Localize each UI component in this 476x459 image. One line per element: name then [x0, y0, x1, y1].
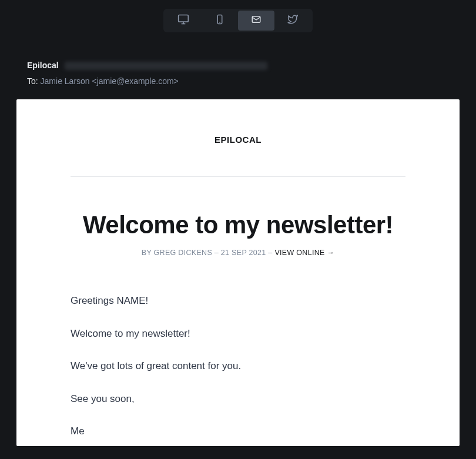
twitter-icon	[287, 14, 298, 27]
to-label: To:	[27, 76, 38, 86]
email-meta: Epilocal To: Jamie Larson <jamie@example…	[16, 58, 460, 99]
mail-icon	[251, 14, 262, 27]
to-value: Jamie Larson <jamie@example.com>	[41, 76, 179, 86]
preview-mode-toolbar	[0, 0, 476, 41]
byline: BY GREG DICKENS – 21 SEP 2021 – VIEW ONL…	[43, 249, 433, 257]
byline-date: 21 SEP 2021	[221, 249, 266, 257]
tab-twitter[interactable]	[274, 11, 311, 31]
tab-email[interactable]	[238, 11, 274, 31]
view-online-link[interactable]: VIEW ONLINE →	[274, 249, 334, 257]
paragraph: Greetings NAME!	[71, 293, 405, 309]
preview-content: Epilocal To: Jamie Larson <jamie@example…	[0, 41, 476, 446]
paragraph: See you soon,	[71, 391, 405, 407]
tab-mobile[interactable]	[202, 11, 238, 31]
from-address-redacted	[65, 62, 267, 70]
byline-sep2: –	[266, 249, 275, 257]
byline-author: GREG DICKENS	[154, 249, 212, 257]
byline-prefix: BY	[142, 249, 154, 257]
from-line: Epilocal	[27, 58, 450, 73]
mobile-icon	[214, 14, 225, 27]
brand-name: EPILOCAL	[43, 135, 433, 145]
tab-desktop[interactable]	[165, 11, 202, 31]
desktop-icon	[177, 14, 189, 28]
post-title: Welcome to my newsletter!	[43, 211, 433, 239]
paragraph: Me	[71, 424, 405, 439]
byline-sep1: –	[212, 249, 221, 257]
from-name: Epilocal	[27, 61, 59, 70]
to-line: To: Jamie Larson <jamie@example.com>	[27, 73, 450, 89]
email-body: EPILOCAL Welcome to my newsletter! BY GR…	[16, 99, 460, 446]
header-divider	[71, 176, 405, 177]
paragraph: Welcome to my newsletter!	[71, 326, 405, 341]
svg-rect-0	[179, 15, 189, 22]
email-content: Greetings NAME! Welcome to my newsletter…	[43, 293, 433, 439]
preview-mode-tabs	[163, 9, 313, 32]
paragraph: We've got lots of great content for you.	[71, 359, 405, 374]
